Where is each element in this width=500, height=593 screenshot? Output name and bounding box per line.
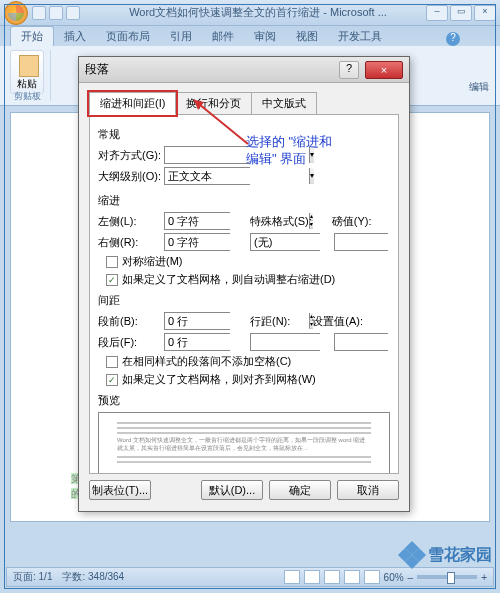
screenshot-frame xyxy=(4,4,496,589)
tab-indent-spacing[interactable]: 缩进和间距(I) xyxy=(89,92,176,115)
